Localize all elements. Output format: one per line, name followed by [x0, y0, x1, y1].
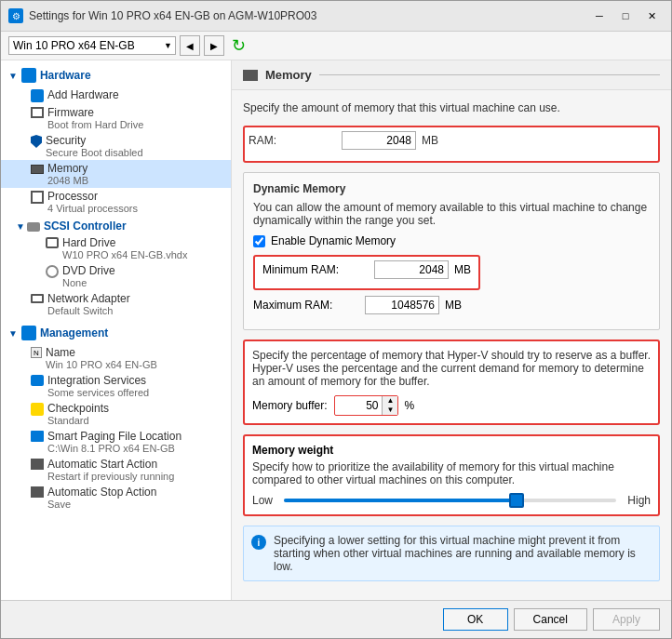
nav-back-button[interactable]: ◀	[180, 35, 200, 56]
buffer-spin-up[interactable]: ▲	[383, 396, 397, 406]
apply-button[interactable]: Apply	[593, 608, 660, 631]
weight-title: Memory weight	[252, 444, 651, 457]
dvd-drive-icon	[46, 265, 59, 278]
hard-drive-content: Hard Drive W10 PRO x64 EN-GB.vhdx	[62, 236, 188, 260]
ok-button[interactable]: OK	[443, 608, 508, 631]
ram-highlight-box: RAM: MB	[243, 126, 660, 163]
cancel-button[interactable]: Cancel	[514, 608, 587, 631]
dynamic-title: Dynamic Memory	[253, 182, 650, 195]
min-ram-input[interactable]	[374, 260, 449, 279]
info-icon: i	[251, 535, 266, 550]
auto-start-content: Automatic Start Action Restart if previo…	[47, 458, 174, 482]
ram-input[interactable]	[342, 131, 416, 150]
enable-dynamic-checkbox[interactable]	[253, 235, 265, 247]
settings-icon	[8, 8, 23, 23]
vm-select[interactable]: Win 10 PRO x64 EN-GB	[8, 36, 176, 55]
sidebar-item-auto-start[interactable]: Automatic Start Action Restart if previo…	[1, 456, 231, 484]
integration-content: Integration Services Some services offer…	[47, 374, 149, 398]
add-hardware-icon	[31, 89, 44, 102]
sidebar-item-smart-paging[interactable]: Smart Paging File Location C:\Win 8.1 PR…	[1, 428, 231, 456]
memory-icon	[31, 165, 44, 174]
sidebar-item-network-adapter[interactable]: Network Adapter Default Switch	[1, 290, 231, 318]
buffer-unit: %	[404, 399, 414, 412]
network-adapter-content: Network Adapter Default Switch	[47, 292, 130, 316]
slider-track	[284, 499, 616, 502]
maximize-button[interactable]: □	[613, 7, 638, 25]
slider-fill	[284, 499, 517, 502]
min-ram-unit: MB	[454, 263, 471, 276]
weight-section: Memory weight Specify how to prioritize …	[243, 434, 660, 516]
hardware-expand-icon: ▼	[8, 71, 18, 81]
section-title-divider	[319, 74, 660, 75]
close-button[interactable]: ✕	[639, 7, 664, 25]
vm-select-wrapper: Win 10 PRO x64 EN-GB ▼	[8, 36, 176, 55]
auto-start-icon	[31, 459, 44, 470]
main-content: ▼ Hardware Add Hardware Firmware Boot fr…	[1, 60, 671, 600]
ram-field-row: RAM: MB	[249, 131, 654, 150]
network-adapter-icon	[31, 294, 44, 303]
sidebar-item-memory[interactable]: Memory 2048 MB	[1, 160, 231, 188]
max-ram-input[interactable]	[365, 296, 439, 314]
toolbar: Win 10 PRO x64 EN-GB ▼ ◀ ▶ ↻	[1, 32, 671, 60]
right-panel: Memory Specify the amount of memory that…	[232, 60, 671, 600]
min-ram-label: Minimum RAM:	[262, 263, 374, 276]
sidebar-item-security[interactable]: Security Secure Boot disabled	[1, 132, 231, 160]
sidebar-item-dvd-drive[interactable]: DVD Drive None	[1, 262, 231, 290]
hardware-section-header[interactable]: ▼ Hardware	[1, 64, 231, 87]
enable-dynamic-row: Enable Dynamic Memory	[253, 234, 650, 247]
buffer-desc: Specify the percentage of memory that Hy…	[252, 349, 651, 388]
security-content: Security Secure Boot disabled	[46, 134, 143, 158]
smart-paging-content: Smart Paging File Location C:\Win 8.1 PR…	[47, 430, 181, 454]
settings-window: Settings for Win 10 PRO x64 EN-GB on AGM…	[0, 0, 672, 639]
buffer-row: Memory buffer: ▲ ▼ %	[252, 395, 651, 416]
scsi-controller-header[interactable]: ▼ SCSI Controller	[1, 216, 231, 234]
dynamic-memory-section: Dynamic Memory You can allow the amount …	[243, 172, 660, 330]
max-ram-unit: MB	[445, 299, 462, 312]
hardware-label: Hardware	[40, 69, 91, 82]
nav-forward-button[interactable]: ▶	[204, 35, 224, 56]
content-area: Specify the amount of memory that this v…	[232, 90, 671, 600]
max-ram-label: Maximum RAM:	[253, 299, 365, 312]
ram-unit: MB	[422, 134, 438, 147]
ram-label: RAM:	[249, 134, 342, 147]
title-bar: Settings for Win 10 PRO x64 EN-GB on AGM…	[1, 1, 671, 32]
weight-low-label: Low	[252, 494, 273, 507]
refresh-button[interactable]: ↻	[228, 35, 249, 56]
auto-stop-content: Automatic Stop Action Save	[47, 486, 156, 510]
hardware-icon	[21, 68, 36, 83]
scsi-expand-icon: ▼	[16, 221, 25, 232]
sidebar-item-firmware[interactable]: Firmware Boot from Hard Drive	[1, 104, 231, 132]
slider-thumb[interactable]	[509, 493, 524, 508]
memory-section-icon	[243, 70, 258, 81]
title-bar-left: Settings for Win 10 PRO x64 EN-GB on AGM…	[8, 8, 316, 23]
management-expand-icon: ▼	[8, 328, 18, 339]
sidebar-item-processor[interactable]: Processor 4 Virtual processors	[1, 188, 231, 216]
weight-desc: Specify how to prioritize the availabili…	[252, 460, 651, 486]
smart-paging-icon	[31, 431, 44, 442]
info-text: Specifying a lower setting for this virt…	[274, 534, 652, 573]
sidebar-item-auto-stop[interactable]: Automatic Stop Action Save	[1, 484, 231, 512]
name-content: Name Win 10 PRO x64 EN-GB	[46, 346, 157, 370]
sidebar-item-checkpoints[interactable]: Checkpoints Standard	[1, 400, 231, 428]
sidebar-item-add-hardware[interactable]: Add Hardware	[1, 87, 231, 104]
processor-content: Processor 4 Virtual processors	[47, 190, 138, 214]
buffer-spinner: ▲ ▼	[382, 396, 397, 415]
checkpoints-icon	[31, 403, 44, 416]
auto-stop-icon	[31, 486, 44, 498]
sidebar-item-name[interactable]: N Name Win 10 PRO x64 EN-GB	[1, 344, 231, 372]
sidebar-item-hard-drive[interactable]: Hard Drive W10 PRO x64 EN-GB.vhdx	[1, 234, 231, 262]
weight-high-label: High	[627, 494, 651, 507]
section-title-bar: Memory	[232, 60, 671, 90]
buffer-input[interactable]	[335, 397, 382, 414]
buffer-input-wrap: ▲ ▼	[334, 395, 398, 416]
sidebar-item-integration[interactable]: Integration Services Some services offer…	[1, 372, 231, 400]
buffer-spin-down[interactable]: ▼	[383, 406, 397, 415]
management-section-header[interactable]: ▼ Management	[1, 322, 231, 344]
integration-icon	[31, 375, 44, 386]
minimize-button[interactable]: ─	[587, 7, 612, 25]
section-title-text: Memory	[265, 68, 312, 82]
left-panel: ▼ Hardware Add Hardware Firmware Boot fr…	[1, 60, 232, 600]
min-ram-highlight: Minimum RAM: MB	[253, 255, 480, 290]
checkpoints-content: Checkpoints Standard	[47, 402, 109, 426]
min-ram-row: Minimum RAM: MB	[262, 260, 471, 279]
